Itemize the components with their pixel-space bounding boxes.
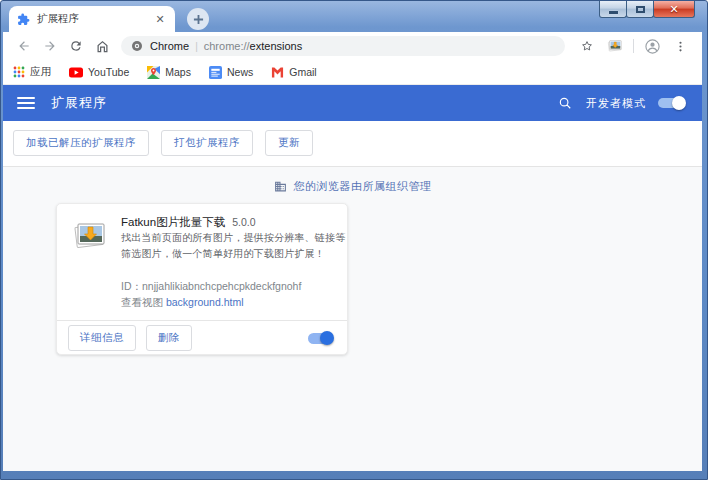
extension-actions-row: 加载已解压的扩展程序 打包扩展程序 更新	[3, 121, 702, 167]
bookmark-gmail[interactable]: Gmail	[271, 66, 316, 78]
extension-version: 5.0.0	[232, 216, 255, 228]
bookmarks-bar: 应用 YouTube Maps News	[3, 60, 702, 85]
plus-icon	[193, 14, 204, 25]
bookmark-apps[interactable]: 应用	[13, 65, 51, 79]
forward-button[interactable]	[39, 35, 61, 57]
extension-info: Fatkun图片批量下载5.0.0 找出当前页面的所有图片，提供按分辨率、链接等…	[121, 214, 339, 310]
update-button[interactable]: 更新	[265, 130, 313, 156]
bookmark-youtube-label: YouTube	[88, 66, 129, 78]
fatkun-app-icon	[72, 218, 108, 254]
tab-close-icon[interactable]: ✕	[153, 12, 167, 26]
page-title: 扩展程序	[51, 94, 107, 112]
fatkun-extension-button[interactable]	[604, 35, 626, 57]
url-host: extensions	[250, 40, 303, 52]
bookmark-maps-label: Maps	[165, 66, 191, 78]
chrome-product-icon	[131, 40, 143, 52]
url-scheme: chrome://	[204, 40, 250, 52]
back-arrow-icon	[17, 39, 31, 53]
browser-tab[interactable]: 扩展程序 ✕	[9, 6, 175, 32]
maps-icon	[147, 66, 160, 79]
extension-card: Fatkun图片批量下载5.0.0 找出当前页面的所有图片，提供按分辨率、链接等…	[56, 203, 348, 355]
maximize-icon	[636, 6, 645, 13]
new-tab-button[interactable]	[187, 8, 209, 30]
extension-views-row: 查看视图 background.html	[121, 294, 339, 310]
close-button[interactable]: ✕	[653, 1, 695, 18]
youtube-icon	[69, 67, 83, 78]
maximize-button[interactable]	[626, 1, 654, 18]
extension-id-value: nnjjahlikiabnchcpehcpkdeckfgnohf	[142, 280, 301, 292]
browser-window: ✕ 扩展程序 ✕	[0, 0, 708, 480]
bookmark-news[interactable]: News	[209, 66, 253, 79]
toggle-knob	[672, 96, 686, 110]
extension-name: Fatkun图片批量下载	[121, 216, 225, 228]
remove-button[interactable]: 删除	[146, 325, 192, 351]
views-label: 查看视图	[121, 296, 166, 308]
bookmark-youtube[interactable]: YouTube	[69, 66, 129, 78]
toolbar-divider	[633, 39, 634, 53]
extension-id-row: ID：nnjjahlikiabnchcpehcpkdeckfgnohf	[121, 278, 339, 294]
bookmark-gmail-label: Gmail	[289, 66, 316, 78]
address-separator: |	[195, 41, 198, 52]
minimize-button[interactable]	[599, 1, 627, 18]
address-chip-label: Chrome	[150, 40, 189, 52]
extension-id-label: ID：	[121, 280, 142, 292]
home-button[interactable]	[91, 35, 113, 57]
bookmark-star-button[interactable]	[576, 35, 598, 57]
header-right: 开发者模式	[558, 96, 688, 111]
address-bar[interactable]: Chrome | chrome://extensions	[121, 36, 565, 56]
three-dot-menu-icon	[674, 40, 687, 53]
description-line-2: 筛选图片，做一个简单好用的下载图片扩展！	[121, 246, 339, 262]
hamburger-menu-button[interactable]	[17, 97, 35, 109]
profile-button[interactable]	[641, 35, 663, 57]
pack-extension-button[interactable]: 打包扩展程序	[161, 130, 253, 156]
extension-description: 找出当前页面的所有图片，提供按分辨率、链接等 筛选图片，做一个简单好用的下载图片…	[121, 230, 339, 262]
extensions-page: 扩展程序 开发者模式 加载已解压的扩展程序 打包扩展程序 更新 您的浏	[3, 85, 702, 471]
bookmark-news-label: News	[227, 66, 253, 78]
details-button[interactable]: 详细信息	[68, 325, 136, 351]
window-controls: ✕	[600, 1, 695, 18]
description-line-1: 找出当前页面的所有图片，提供按分辨率、链接等	[121, 230, 339, 246]
forward-arrow-icon	[43, 39, 57, 53]
toolbar-right	[573, 35, 694, 57]
fatkun-extension-icon	[607, 38, 623, 54]
close-icon: ✕	[669, 4, 678, 15]
news-icon	[209, 66, 222, 79]
bookmark-maps[interactable]: Maps	[147, 66, 191, 79]
extensions-puzzle-icon	[17, 13, 30, 26]
toggle-knob	[320, 331, 334, 345]
developer-mode-toggle[interactable]	[658, 98, 684, 108]
profile-avatar-icon	[644, 38, 661, 55]
extension-enabled-toggle[interactable]	[308, 333, 333, 344]
managed-notice-text: 您的浏览器由所属组织管理	[294, 179, 432, 194]
home-icon	[95, 39, 110, 54]
browser-body: Chrome | chrome://extensions	[3, 32, 702, 471]
card-footer: 详细信息 删除	[57, 321, 347, 355]
reload-button[interactable]	[65, 35, 87, 57]
tab-title: 扩展程序	[37, 12, 153, 26]
minimize-icon	[609, 11, 618, 14]
reload-icon	[69, 39, 83, 53]
developer-mode-label: 开发者模式	[586, 96, 646, 111]
extensions-header: 扩展程序 开发者模式	[3, 85, 702, 121]
background-page-link[interactable]: background.html	[166, 296, 244, 308]
apps-grid-icon	[13, 66, 25, 78]
star-icon	[580, 39, 594, 53]
gmail-icon	[271, 67, 284, 78]
search-icon[interactable]	[558, 96, 572, 110]
load-unpacked-button[interactable]: 加载已解压的扩展程序	[13, 130, 149, 156]
managed-notice[interactable]: 您的浏览器由所属组织管理	[3, 179, 702, 194]
browser-menu-button[interactable]	[669, 35, 691, 57]
bookmark-apps-label: 应用	[30, 65, 51, 79]
back-button[interactable]	[13, 35, 35, 57]
organization-building-icon	[274, 180, 287, 193]
browser-toolbar: Chrome | chrome://extensions	[3, 32, 702, 60]
